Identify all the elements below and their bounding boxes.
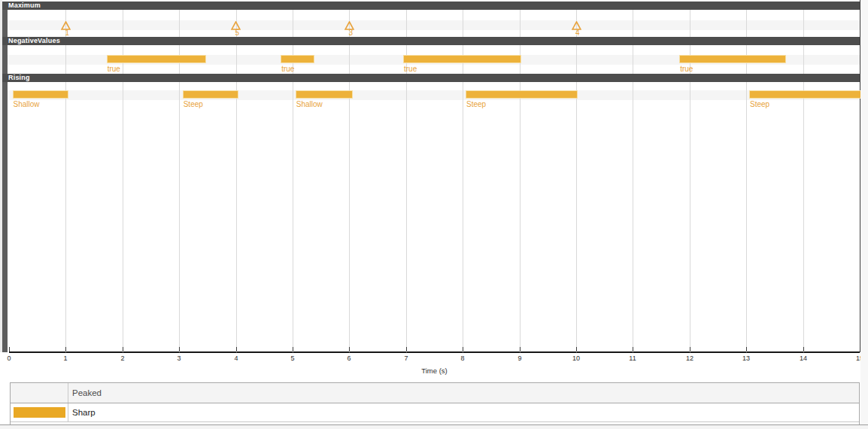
interval-value-label: Shallow [14, 100, 40, 108]
gridline [803, 2, 804, 352]
triangle-marker[interactable] [61, 20, 71, 29]
axis-tick [293, 347, 293, 351]
axis-tick-label: 4 [227, 354, 245, 362]
axis-tick [746, 347, 747, 351]
axis-tick [576, 347, 577, 351]
triangle-marker[interactable] [231, 20, 241, 29]
interval-value-label: Steep [184, 100, 203, 108]
marker-value-label: 1 [65, 29, 69, 37]
axis-tick [123, 347, 123, 351]
axis-tick-label: 6 [340, 354, 358, 362]
x-axis-line [9, 351, 860, 353]
gridline [406, 2, 407, 352]
interval-bar[interactable] [749, 90, 861, 99]
axis-tick [349, 347, 350, 351]
channel-group-handle[interactable] [2, 2, 8, 352]
interval-value-label: true [108, 65, 120, 73]
axis-tick [65, 347, 66, 351]
axis-tick [406, 347, 407, 351]
triangle-marker[interactable] [572, 20, 581, 29]
legend-table: Peaked Sharp [10, 382, 860, 427]
axis-tick [690, 347, 690, 351]
interval-bar[interactable] [296, 90, 353, 99]
interval-bar[interactable] [679, 55, 786, 63]
channel-lane-Maximum [8, 20, 860, 30]
axis-tick-label: 14 [794, 354, 812, 362]
horizontal-scrollbar-track[interactable] [0, 424, 868, 429]
axis-tick [803, 347, 804, 351]
interval-bar[interactable] [466, 90, 578, 99]
gridline [349, 2, 350, 352]
gridline [123, 2, 123, 352]
gridline [746, 2, 747, 352]
signal-label-timeline-app: Time (s) Maximum1534NegativeValuestruetr… [0, 0, 868, 429]
channel-header-Rising[interactable]: Rising [2, 74, 860, 82]
vertical-scrollbar-track[interactable] [860, 0, 868, 429]
interval-value-label: Shallow [296, 100, 323, 108]
interval-bar[interactable] [183, 90, 238, 99]
axis-tick-label: 9 [511, 354, 529, 362]
x-axis-title: Time (s) [9, 367, 860, 375]
axis-tick-label: 7 [397, 354, 415, 362]
interval-value-label: true [680, 65, 693, 73]
triangle-marker[interactable] [344, 20, 354, 29]
axis-tick [520, 347, 520, 351]
axis-tick-label: 12 [681, 354, 699, 362]
axis-tick [463, 347, 463, 351]
axis-tick-label: 10 [567, 354, 585, 362]
axis-tick-label: 11 [624, 354, 642, 362]
channel-header-Maximum[interactable]: Maximum [2, 2, 860, 10]
interval-bar[interactable] [13, 90, 68, 99]
legend-swatch-cell [11, 403, 68, 421]
channel-header-NegativeValues[interactable]: NegativeValues [2, 37, 860, 45]
axis-tick [633, 347, 633, 351]
legend-row-label: Sharp [68, 403, 859, 421]
marker-value-label: 5 [235, 29, 240, 37]
axis-tick [9, 347, 10, 351]
marker-value-label: 3 [348, 29, 353, 37]
axis-tick-label: 3 [170, 354, 188, 362]
gridline [633, 2, 633, 352]
interval-value-label: true [404, 65, 417, 73]
interval-value-label: true [281, 65, 294, 73]
gridline [520, 2, 520, 352]
axis-tick-label: 5 [284, 354, 302, 362]
gridline [293, 2, 293, 352]
gridline [236, 2, 237, 352]
channel-lane-Rising [8, 90, 860, 100]
timeline-plot: Time (s) Maximum1534NegativeValuestruetr… [0, 0, 868, 380]
marker-value-label: 4 [575, 29, 580, 37]
axis-tick [179, 347, 180, 351]
interval-value-label: Steep [466, 100, 486, 108]
axis-tick-label: 8 [454, 354, 472, 362]
axis-tick [236, 347, 237, 351]
interval-bar[interactable] [281, 55, 314, 63]
legend-swatch-header-cell [11, 383, 68, 403]
interval-bar[interactable] [107, 55, 206, 63]
axis-tick-label: 13 [737, 354, 755, 362]
axis-tick-label: 2 [114, 354, 132, 362]
gridline [576, 2, 577, 352]
legend-header-row: Peaked [11, 383, 859, 403]
legend-header-label: Peaked [68, 383, 859, 403]
interval-bar[interactable] [403, 55, 521, 63]
gridline [690, 2, 690, 352]
gridline [179, 2, 180, 352]
gridline [65, 2, 66, 352]
legend-color-swatch [14, 407, 65, 418]
gridline [463, 2, 463, 352]
interval-value-label: Steep [750, 100, 769, 108]
axis-tick-label: 1 [56, 354, 74, 362]
axis-tick-label: 0 [0, 354, 18, 362]
legend-row[interactable]: Sharp [11, 403, 859, 422]
